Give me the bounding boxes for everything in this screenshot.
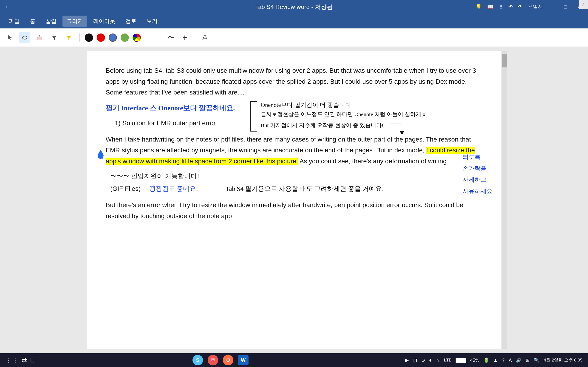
font-icon[interactable]: A (509, 358, 512, 363)
minimize-btn[interactable]: − (548, 3, 556, 11)
divider-1 (79, 33, 80, 42)
wave-line-tool[interactable]: 〜 (166, 33, 177, 43)
taskbar: ⋮⋮ ⇄ ☐ S ✉ ⊕ W ▶ ◫ ⊙ ♦ ☆ LTE ▇▇▇ 45% 🔋 ▲… (0, 353, 588, 367)
menu-file[interactable]: 파일 (5, 16, 24, 27)
menu-home[interactable]: 홈 (26, 16, 40, 27)
divider-3 (194, 33, 194, 42)
bt-icon[interactable]: ♦ (429, 358, 432, 363)
tab-annotation: Tab S4 필기용으로 사용할 때도 고려하세면 좋을 거예요! (225, 184, 384, 194)
paragraph-3: But there's an error when I try to resiz… (106, 200, 482, 221)
arrow-select-tool[interactable] (5, 32, 16, 43)
menu-draw[interactable]: 그리기 (62, 16, 87, 27)
bracket-svg (248, 100, 259, 132)
signal-bars: ▇▇▇ (456, 357, 466, 363)
volume-icon[interactable]: 🔊 (516, 357, 522, 363)
email-icon[interactable]: ✉ (208, 355, 218, 365)
svg-rect-3 (37, 37, 42, 40)
play-icon[interactable]: ▶ (405, 357, 409, 363)
wavy-annotation: 〜〜〜 필압자원이 기능합니다! (110, 171, 199, 181)
right-annotations: 되도록 손가락을 자제하고 사용하세요. (463, 152, 494, 196)
lasso-tool[interactable] (19, 32, 30, 43)
battery-percent: 45% (470, 358, 479, 363)
samsung2-icon[interactable]: ⊕ (223, 355, 233, 365)
share-icon[interactable]: ⇪ (499, 4, 503, 10)
alarm-icon[interactable]: ☆ (436, 357, 440, 363)
datetime: 4월 2일화 오후 6:05 (544, 357, 582, 363)
annotation-heading-area: 필기 Interface 스 Onenote보다 깔끔하네요. Onenote보… (106, 102, 482, 114)
screen-icon[interactable]: ◫ (413, 357, 417, 363)
paragraph-1-text: Before using tab S4, tab S3 could only u… (106, 67, 476, 96)
arrow-annotation (390, 121, 409, 135)
document-page: Before using tab S4, tab S3 could only u… (87, 51, 501, 349)
taskbar-right: ▶ ◫ ⊙ ♦ ☆ LTE ▇▇▇ 45% 🔋 ▲ ? A 🔊 ⊞ 🔍 4월 2… (405, 357, 582, 363)
text-cursor (179, 177, 179, 185)
document-title: Tab S4 Review word - 저장됨 (255, 3, 333, 11)
search-icon[interactable]: 🔍 (534, 357, 540, 363)
toolbar-collapse-btn[interactable]: ∧ (579, 0, 588, 9)
wavy-annotation-row: 〜〜〜 필압자원이 기능합니다! (110, 171, 482, 181)
maximize-btn[interactable]: □ (562, 3, 569, 11)
eraser-tool[interactable] (34, 32, 45, 43)
korean-annotation-1: Onenote보다 필기감이 더 좋습니다 (261, 100, 351, 110)
taskbar-left: ⋮⋮ ⇄ ☐ (6, 357, 36, 364)
gif-korean: 꽝꽝쥔도 좋네요! (149, 185, 198, 192)
user-name: 욕일선 (528, 3, 543, 10)
question-icon[interactable]: ? (502, 358, 505, 363)
right-annot-3: 자제하고 (463, 175, 486, 185)
ink-to-text-tool[interactable] (199, 32, 210, 43)
drawing-toolbar: — 〜 + ∧ (0, 28, 588, 47)
plus-tool[interactable]: + (181, 33, 189, 42)
header-icons: 💡 📖 ⇪ ↶ ↷ (476, 4, 522, 10)
color-multi[interactable] (132, 33, 141, 42)
right-annot-1: 되도록 (463, 152, 481, 162)
home-icon[interactable]: ☐ (30, 357, 36, 364)
right-annot-2: 손가락을 (463, 164, 486, 173)
grid-icon[interactable]: ⋮⋮ (6, 357, 18, 364)
book-icon[interactable]: 📖 (487, 4, 493, 10)
color-black[interactable] (85, 33, 93, 42)
svg-point-1 (23, 36, 27, 39)
back-icon[interactable]: ⇄ (22, 357, 27, 364)
gif-annotation-row: (GIF Files) 꽝꽝쥔도 좋네요! Tab S4 필기용으로 사용할 때… (110, 184, 482, 194)
undo-icon[interactable]: ↶ (509, 4, 513, 10)
svg-marker-4 (39, 35, 40, 37)
taskbar-center: S ✉ ⊕ W (192, 355, 249, 365)
water-drop-svg (97, 150, 104, 159)
dash-line-tool[interactable]: — (151, 33, 162, 42)
document-area: Before using tab S4, tab S3 could only u… (0, 47, 588, 353)
expand-icon[interactable]: ▲ (493, 358, 498, 363)
redo-icon[interactable]: ↷ (518, 4, 522, 10)
battery-icon: 🔋 (484, 357, 489, 363)
samsung-icon[interactable]: S (192, 355, 203, 365)
svg-marker-5 (52, 36, 57, 40)
paragraph-2-end: As you could see, there's any deformatio… (298, 158, 448, 165)
gif-text: (GIF Files) (110, 185, 141, 192)
paragraph-1: Before using tab S4, tab S3 could only u… (106, 65, 482, 98)
color-red[interactable] (97, 33, 105, 42)
menu-view[interactable]: 보기 (142, 16, 162, 27)
scrollbar[interactable] (502, 51, 507, 349)
paragraph-2-start: When I take handwriting on the notes or … (106, 136, 471, 154)
menu-insert[interactable]: 삽입 (41, 16, 61, 27)
window-back-btn[interactable]: ← (5, 4, 10, 10)
title-bar: ← Tab S4 Review word - 저장됨 💡 📖 ⇪ ↶ ↷ 욕일선… (0, 0, 588, 14)
signal-icon[interactable]: ⊙ (421, 357, 425, 363)
word-icon[interactable]: W (238, 355, 249, 365)
gif-label: (GIF Files) 꽝꽝쥔도 좋네요! (110, 184, 198, 194)
menu-layout[interactable]: 레이아웃 (89, 16, 120, 27)
filter-tool-1[interactable] (49, 32, 60, 43)
annotation-heading: 필기 Interface 스 Onenote보다 깔끔하네요. (106, 102, 235, 114)
color-blue[interactable] (109, 33, 117, 42)
korean-annotation-2: 글씨보정현상은 어느정도 있긴 하다만 Onenote 처럼 아들이 심하게 x (261, 110, 425, 119)
windows-icon[interactable]: ⊞ (526, 357, 530, 363)
lightbulb-icon[interactable]: 💡 (476, 4, 482, 10)
svg-marker-0 (8, 35, 12, 40)
menu-bar: 파일 홈 삽입 그리기 레이아웃 검토 보기 (0, 14, 588, 28)
lte-icon: LTE (444, 358, 451, 363)
right-annot-4: 사용하세요. (463, 186, 494, 196)
korean-annotation-3: But 가지점에서 지今께 오작동 현상이 좀 있습니다! (261, 121, 384, 130)
filter-tool-2[interactable] (63, 32, 74, 43)
scroll-thumb[interactable] (502, 54, 507, 67)
color-green[interactable] (121, 33, 129, 42)
menu-review[interactable]: 검토 (121, 16, 141, 27)
